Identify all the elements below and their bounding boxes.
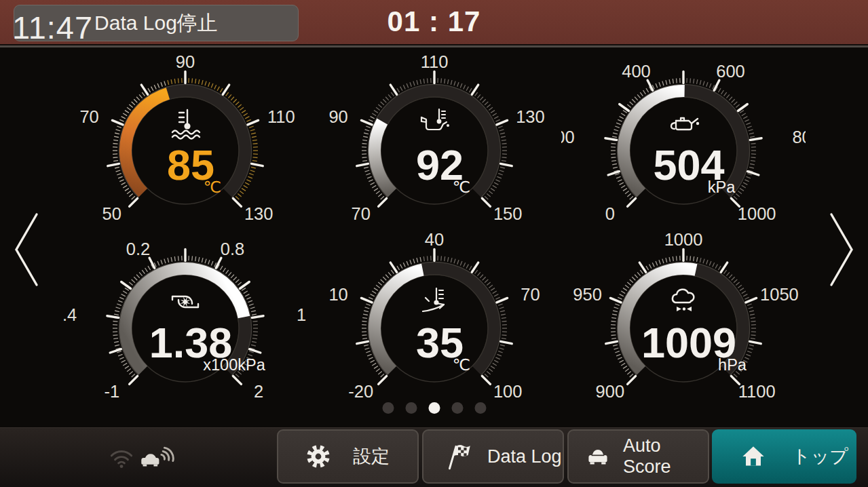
gauge-intake-temp: -20104070100 35℃	[312, 227, 556, 404]
gauge-scale-label: 70	[352, 204, 371, 223]
gear-icon	[303, 441, 334, 472]
gauge-oil-temp: 7090110130150 92℃	[312, 49, 556, 227]
gauge-boost-pressure: -1-0.40.20.81.42 1.38x100kPa	[63, 227, 307, 404]
gauge-scale-label: 1100	[738, 382, 776, 401]
gauge-page: 507090110130 85℃ 7090110130150 92℃ 02004…	[0, 49, 868, 427]
gauge-scale-label: 1.4	[297, 305, 307, 324]
clock: 11:47	[12, 9, 93, 46]
pager-dot[interactable]	[428, 402, 440, 414]
pager-dot[interactable]	[474, 402, 486, 414]
oil-pressure-icon	[671, 118, 699, 130]
gauge-scale-label: 90	[176, 52, 195, 71]
gauge-unit: x100kPa	[203, 356, 265, 374]
gauge-scale-label: 100	[493, 382, 523, 401]
gauge-scale-label: 110	[267, 107, 295, 126]
next-page-chevron-icon[interactable]	[827, 49, 868, 427]
gauge-scale-label: -1	[104, 382, 119, 401]
gauge-slot: 507090110130 85℃	[63, 49, 307, 227]
gauge-scale-label: 130	[244, 204, 273, 223]
gauge-scale-label: 0.8	[221, 239, 244, 258]
oil-temp-icon	[421, 109, 449, 130]
turbo-icon	[172, 296, 198, 307]
car-icon	[582, 441, 614, 472]
gauge-scale-label: 70	[79, 107, 98, 126]
gauge-unit: hPa	[718, 356, 747, 374]
gauge-slot: 7090110130150 92℃	[312, 49, 556, 227]
gauge-scale-label: 40	[425, 230, 444, 249]
pager-dot[interactable]	[405, 402, 417, 414]
nav-label-datalog: Data Log	[487, 446, 562, 467]
gauge-scale-label: 10	[328, 285, 347, 304]
gauge-scale-label: 950	[573, 285, 602, 304]
gauge-slot: -20104070100 35℃	[312, 227, 556, 404]
nav-button-autoscore[interactable]: Auto Score	[567, 429, 709, 484]
gauge-scale-label: 2	[254, 382, 263, 401]
pager-dot[interactable]	[382, 402, 394, 414]
gauge-slot: -1-0.40.20.81.42 1.38x100kPa	[63, 227, 307, 404]
gauge-scale-label: 110	[421, 52, 449, 71]
gauge-scale-label: 70	[521, 285, 540, 304]
gauge-scale-label: 400	[622, 62, 651, 81]
gauge-slot: 900950100010501100 1009hPa	[561, 227, 806, 404]
gauge-scale-label: 50	[102, 204, 121, 223]
gauge-unit: ℃	[453, 178, 470, 196]
gauge-coolant-temp: 507090110130 85℃	[63, 49, 307, 227]
nav-label-top: トップ	[792, 444, 848, 469]
nav-label-settings: 設定	[353, 444, 390, 469]
gauge-scale-label: 1000	[664, 230, 703, 249]
datalog-stop-label: Data Log停止	[94, 9, 218, 37]
top-bar: Data Log停止 01 : 17	[0, 0, 868, 44]
home-icon	[738, 441, 769, 472]
nav-label-autoscore: Auto Score	[623, 435, 708, 478]
gauge-scale-label: 150	[493, 204, 523, 223]
gauge-scale-label: 800	[792, 128, 806, 147]
nav-button-top[interactable]: トップ	[712, 429, 856, 484]
nav-button-datalog[interactable]: Data Log	[422, 429, 564, 484]
gauge-scale-label: 0.2	[126, 239, 150, 258]
pager-dot[interactable]	[451, 402, 463, 414]
wifi-icon	[106, 442, 137, 473]
gauge-scale-label: 1000	[738, 204, 776, 223]
gauge-scale-label: 130	[516, 107, 545, 126]
gauge-scale-label: 0	[605, 204, 615, 223]
connected-car-icon	[137, 441, 176, 475]
gauge-scale-label: 90	[328, 107, 347, 126]
gauge-unit: kPa	[708, 178, 736, 196]
datalog-timer: 01 : 17	[388, 5, 481, 38]
intake-temp-icon	[423, 288, 444, 311]
gauge-oil-pressure: 02004006008001000 504kPa	[561, 49, 806, 227]
gauge-scale-label: 200	[561, 128, 575, 147]
prev-page-chevron-icon[interactable]	[0, 49, 41, 427]
gauge-unit: ℃	[204, 178, 221, 196]
gauge-scale-label: 900	[596, 382, 625, 401]
checkered-flag-icon	[442, 441, 474, 472]
gauge-scale-label: 1050	[760, 285, 799, 304]
gauge-scale-label: 600	[716, 62, 745, 81]
top-divider	[0, 44, 868, 49]
gauge-slot: 02004006008001000 504kPa	[561, 49, 806, 227]
atmos-icon	[673, 290, 694, 311]
nav-button-settings[interactable]: 設定	[277, 429, 419, 484]
coolant-temp-icon	[172, 110, 200, 139]
gauge-scale-label: -0.4	[63, 305, 77, 324]
gauge-atmospheric-pressure: 900950100010501100 1009hPa	[561, 227, 806, 404]
page-indicator	[382, 402, 486, 414]
gauge-scale-label: -20	[348, 382, 373, 401]
dashboard-screen: Data Log停止 01 : 17 507090110130 85℃ 7090…	[0, 0, 868, 487]
gauge-unit: ℃	[453, 356, 470, 374]
